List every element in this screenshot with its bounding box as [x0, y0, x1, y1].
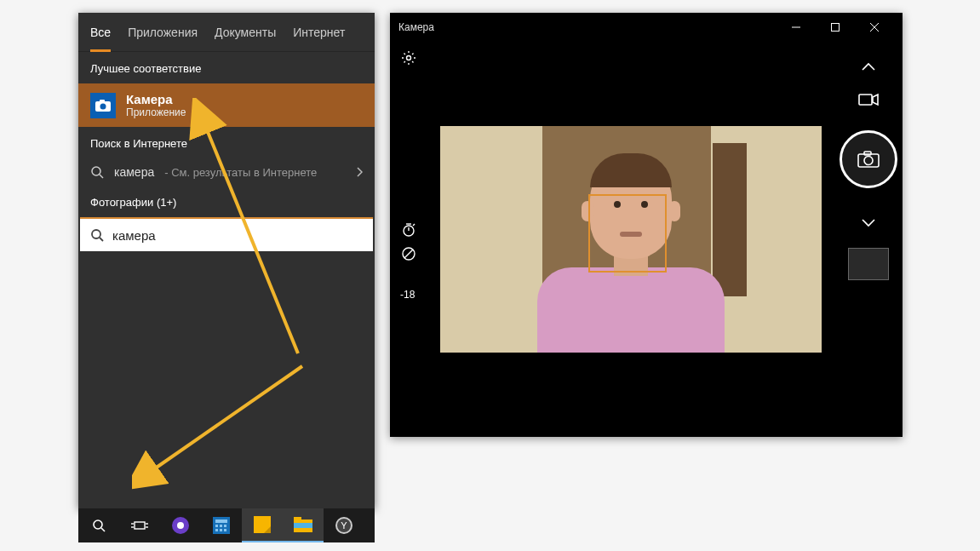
svg-point-46 [864, 157, 873, 165]
chevron-up-icon [860, 62, 877, 72]
tab-internet[interactable]: Интернет [284, 13, 353, 51]
settings-button[interactable] [396, 45, 421, 71]
video-mode-button[interactable] [858, 93, 879, 106]
best-match-header: Лучшее соответствие [78, 52, 375, 83]
camera-body: -18 [390, 42, 903, 437]
svg-marker-44 [873, 95, 878, 105]
gear-icon [401, 50, 416, 66]
camera-viewfinder[interactable] [427, 42, 834, 437]
svg-point-3 [92, 167, 100, 175]
svg-line-4 [100, 175, 103, 178]
svg-line-8 [101, 528, 105, 531]
chevron-right-icon [356, 167, 363, 177]
camera-icon [857, 151, 880, 168]
svg-rect-21 [215, 529, 218, 531]
svg-rect-23 [224, 529, 226, 531]
best-match-subtitle: Приложение [126, 106, 186, 118]
svg-rect-18 [215, 525, 218, 527]
svg-point-5 [92, 230, 100, 238]
mode-scroll-down[interactable] [855, 212, 882, 232]
window-controls [777, 13, 894, 42]
search-tabs: Все Приложения Документы Интернет [78, 13, 375, 52]
camera-app-icon [90, 93, 116, 118]
exposure-value: -18 [400, 289, 415, 301]
svg-rect-47 [864, 152, 871, 155]
taskbar-app-browser-y[interactable]: Y [324, 508, 364, 542]
taskbar: Y [78, 508, 375, 542]
taskbar-app-explorer[interactable] [283, 508, 324, 542]
taskbar-app-yandex[interactable] [160, 508, 201, 542]
photo-timer-button[interactable] [401, 222, 416, 238]
camera-preview [440, 126, 822, 353]
camera-left-controls: -18 [390, 42, 427, 437]
tab-documents[interactable]: Документы [206, 13, 284, 51]
svg-line-42 [404, 250, 413, 258]
svg-rect-22 [220, 529, 222, 531]
titlebar[interactable]: Камера [390, 13, 903, 42]
maximize-button[interactable] [816, 13, 855, 42]
svg-text:Y: Y [341, 520, 347, 531]
chevron-down-icon [860, 217, 877, 227]
web-search-result[interactable]: камера - См. результаты в Интернете [78, 158, 375, 186]
svg-point-36 [407, 56, 411, 60]
svg-rect-33 [832, 24, 840, 32]
video-icon [858, 93, 879, 106]
svg-rect-43 [859, 95, 872, 105]
web-search-header: Поиск в Интернете [78, 127, 375, 158]
best-match-texts: Камера Приложение [126, 92, 186, 118]
best-match-title: Камера [126, 92, 186, 106]
taskbar-app-sticky-notes[interactable] [242, 508, 283, 542]
svg-point-7 [94, 520, 102, 529]
svg-line-6 [100, 238, 103, 241]
face-detection-box [588, 194, 667, 273]
best-match-result[interactable]: Камера Приложение [78, 83, 375, 127]
svg-rect-2 [100, 100, 105, 102]
svg-rect-20 [224, 525, 226, 527]
timer-icon [401, 222, 416, 238]
minimize-button[interactable] [777, 13, 816, 42]
svg-rect-9 [135, 522, 145, 529]
taskbar-task-view-button[interactable] [119, 508, 160, 542]
tab-apps[interactable]: Приложения [119, 13, 206, 51]
windows-search-panel: Все Приложения Документы Интернет Лучшее… [78, 13, 375, 508]
tab-all[interactable]: Все [90, 13, 119, 51]
svg-rect-17 [215, 519, 227, 523]
window-title: Камера [398, 21, 434, 33]
search-input[interactable] [112, 228, 363, 243]
gallery-thumbnail[interactable] [848, 248, 889, 280]
svg-rect-28 [294, 523, 312, 528]
photos-header: Фотографии (1+) [78, 186, 375, 217]
taskbar-search-button[interactable] [78, 508, 119, 542]
close-button[interactable] [855, 13, 894, 42]
svg-point-1 [100, 103, 106, 109]
camera-right-controls [834, 42, 903, 437]
svg-rect-27 [294, 517, 301, 521]
search-icon [90, 165, 104, 179]
exposure-button[interactable] [401, 246, 416, 261]
svg-point-15 [177, 522, 184, 529]
svg-rect-19 [220, 525, 222, 527]
gauge-icon [401, 246, 416, 261]
search-input-container [80, 217, 373, 251]
search-icon [90, 228, 104, 242]
taskbar-app-calculator[interactable] [201, 508, 242, 542]
camera-app-window: Камера [390, 13, 903, 437]
mode-scroll-up[interactable] [855, 57, 882, 77]
shutter-button[interactable] [840, 130, 897, 188]
svg-line-40 [413, 224, 415, 226]
web-search-hint: - См. результаты в Интернете [164, 166, 317, 179]
web-search-term: камера [114, 165, 154, 179]
